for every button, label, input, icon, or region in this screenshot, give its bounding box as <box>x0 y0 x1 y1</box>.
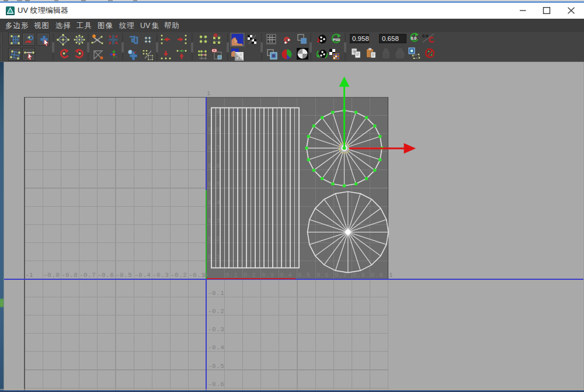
svg-text:0.0: 0.0 <box>422 33 428 39</box>
svg-text:0.0: 0.0 <box>411 36 417 40</box>
svg-text:PSD: PSD <box>333 38 340 41</box>
